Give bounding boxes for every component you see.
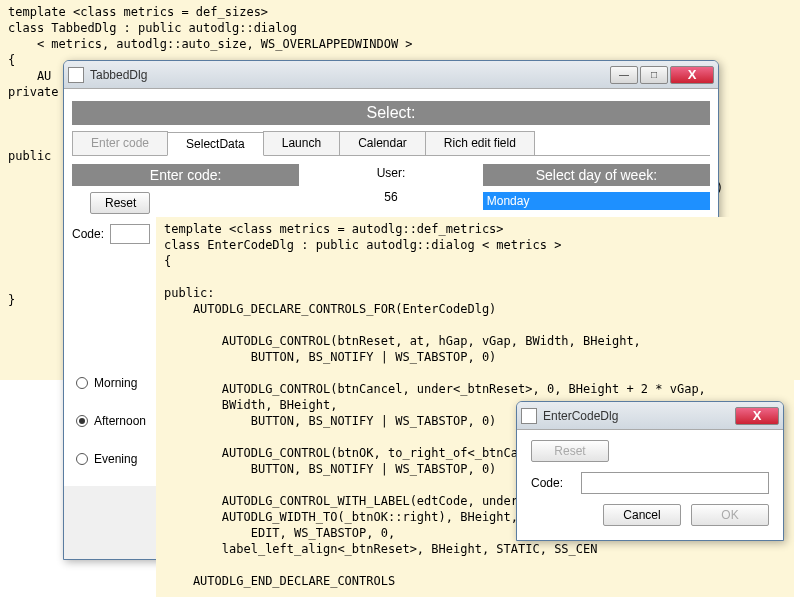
radio-icon [76,415,88,427]
code-label: Code: [531,476,573,490]
close-button[interactable]: X [670,66,714,84]
app-icon [68,67,84,83]
app-icon [521,408,537,424]
reset-button-tabbed[interactable]: Reset [90,192,150,214]
tab-launch[interactable]: Launch [263,131,340,155]
tab-selectdata[interactable]: SelectData [167,132,264,156]
select-header: Select: [72,101,710,125]
entercodedlg-window: EnterCodeDlg X Reset Code: Cancel OK [516,401,784,541]
radio-icon [76,377,88,389]
enter-code-header: Enter code: [72,164,299,186]
code-input-tabbed[interactable] [110,224,150,244]
ok-button[interactable]: OK [691,504,769,526]
tabbeddlg-title: TabbedDlg [90,68,610,82]
user-label: User: [315,166,467,180]
close-button[interactable]: X [735,407,779,425]
tab-enter-code[interactable]: Enter code [72,131,168,155]
minimize-button[interactable]: — [610,66,638,84]
tab-rich-edit[interactable]: Rich edit field [425,131,535,155]
entercodedlg-title: EnterCodeDlg [543,409,735,423]
day-header: Select day of week: [483,164,710,186]
maximize-button[interactable]: □ [640,66,668,84]
tabbeddlg-titlebar[interactable]: TabbedDlg — □ X [64,61,718,89]
reset-button[interactable]: Reset [531,440,609,462]
entercodedlg-titlebar[interactable]: EnterCodeDlg X [517,402,783,430]
tab-calendar[interactable]: Calendar [339,131,426,155]
tab-strip: Enter code SelectData Launch Calendar Ri… [72,131,710,156]
cancel-button[interactable]: Cancel [603,504,681,526]
code-label-tabbed: Code: [72,227,104,241]
code-input[interactable] [581,472,769,494]
radio-icon [76,453,88,465]
day-selected[interactable]: Monday [483,192,710,210]
user-value: 56 [315,190,467,204]
